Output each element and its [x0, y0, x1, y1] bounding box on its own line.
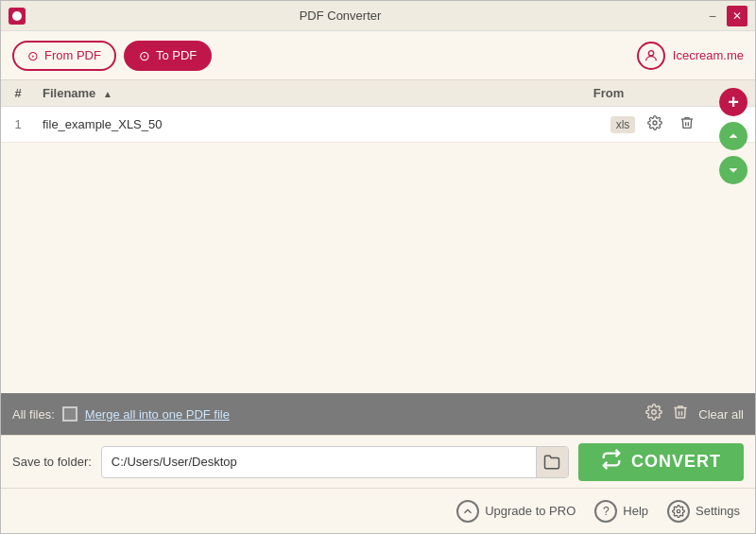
upgrade-label: Upgrade to PRO [485, 504, 576, 518]
folder-path-input[interactable] [102, 455, 536, 469]
save-row: Save to folder: CONVERT [1, 435, 755, 488]
svg-point-2 [652, 410, 657, 415]
user-link-text: Icecream.me [673, 48, 744, 62]
save-to-folder-label: Save to folder: [12, 455, 92, 469]
user-icon [637, 42, 665, 70]
tab-from-pdf[interactable]: ⊙ From PDF [12, 41, 116, 71]
footer: Upgrade to PRO ? Help Settings [1, 488, 755, 533]
clear-all-button[interactable]: Clear all [698, 407, 744, 422]
convert-label: CONVERT [631, 452, 721, 472]
help-label: Help [623, 504, 648, 518]
app-icon [9, 8, 26, 25]
upgrade-button[interactable]: Upgrade to PRO [456, 500, 576, 523]
side-buttons: + [719, 80, 755, 184]
row-num: 1 [1, 117, 35, 131]
col-header-num: # [1, 86, 35, 100]
svg-point-1 [653, 121, 657, 125]
row-delete-button[interactable] [675, 113, 699, 135]
bottom-bar: All files: Merge all into one PDF file C… [1, 393, 755, 435]
toolbar-tabs: ⊙ From PDF ⊙ To PDF [12, 41, 212, 71]
file-table-container: # Filename ▲ From 1 file_example_XLS_50 … [1, 80, 755, 393]
settings-label: Settings [696, 504, 740, 518]
row-filename: file_example_XLS_50 [35, 117, 598, 131]
from-pdf-icon: ⊙ [27, 48, 39, 63]
col-header-from: From [552, 86, 665, 100]
upgrade-icon [456, 500, 479, 523]
titlebar: PDF Converter – ✕ [1, 1, 755, 31]
help-button[interactable]: ? Help [594, 500, 648, 523]
bottom-trash-icon[interactable] [672, 404, 689, 424]
move-down-button[interactable] [719, 156, 747, 184]
merge-link[interactable]: Merge all into one PDF file [85, 407, 230, 422]
convert-icon [601, 449, 622, 474]
tab-to-pdf-label: To PDF [156, 48, 197, 62]
titlebar-controls: – ✕ [702, 6, 747, 26]
format-badge: xls [610, 116, 636, 133]
svg-point-0 [648, 50, 653, 55]
svg-point-3 [677, 509, 680, 513]
toolbar: ⊙ From PDF ⊙ To PDF Icecream.me [1, 31, 755, 80]
settings-button[interactable]: Settings [667, 500, 740, 523]
settings-icon [667, 500, 690, 523]
to-pdf-icon: ⊙ [139, 48, 150, 63]
row-settings-button[interactable] [643, 113, 667, 135]
bottom-bar-left: All files: Merge all into one PDF file [12, 406, 634, 422]
window-title: PDF Converter [26, 9, 655, 23]
add-file-button[interactable]: + [719, 88, 747, 116]
close-button[interactable]: ✕ [727, 6, 747, 26]
save-input-wrap [101, 446, 569, 478]
merge-checkbox[interactable] [62, 406, 77, 422]
user-link-area[interactable]: Icecream.me [637, 42, 744, 70]
tab-from-pdf-label: From PDF [44, 48, 101, 62]
bottom-bar-right: Clear all [645, 404, 744, 424]
col-header-filename: Filename ▲ [35, 86, 552, 100]
row-from: xls [598, 113, 712, 135]
all-files-label: All files: [12, 407, 55, 422]
titlebar-left [9, 8, 26, 25]
tab-to-pdf[interactable]: ⊙ To PDF [124, 41, 212, 71]
table-header: # Filename ▲ From [1, 80, 755, 107]
convert-button[interactable]: CONVERT [578, 443, 744, 481]
move-up-button[interactable] [719, 122, 747, 150]
main-window: PDF Converter – ✕ ⊙ From PDF ⊙ To PDF [0, 0, 756, 534]
file-table-body: 1 file_example_XLS_50 xls [1, 107, 755, 393]
browse-folder-button[interactable] [536, 446, 568, 478]
help-icon: ? [594, 500, 617, 523]
table-row: 1 file_example_XLS_50 xls [1, 107, 755, 143]
bottom-settings-icon[interactable] [645, 404, 662, 424]
minimize-button[interactable]: – [702, 6, 723, 26]
